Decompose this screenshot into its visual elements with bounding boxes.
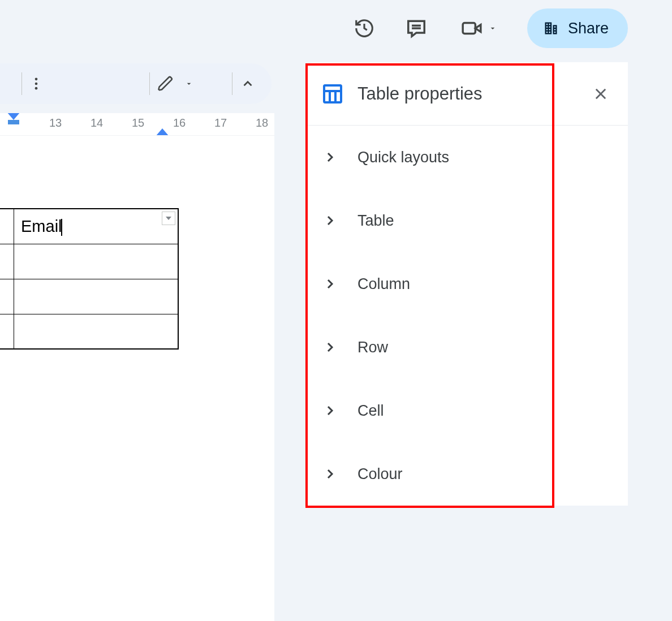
ruler-number: 13 [49, 117, 62, 130]
table-row[interactable] [0, 244, 178, 279]
ruler-number: 14 [91, 117, 103, 130]
section-label: Quick layouts [357, 149, 449, 166]
section-label: Column [357, 275, 410, 293]
table-row[interactable] [0, 279, 178, 314]
column-menu-icon[interactable] [162, 212, 175, 225]
chevron-right-icon [319, 210, 341, 231]
section-quick-layouts[interactable]: Quick layouts [305, 126, 628, 189]
ruler-number: 18 [256, 117, 268, 130]
section-column[interactable]: Column [305, 252, 628, 316]
table-cell[interactable] [14, 314, 178, 349]
more-options-icon[interactable] [25, 72, 48, 95]
editing-mode-button[interactable] [157, 75, 193, 92]
chevron-down-icon [184, 79, 193, 88]
chevron-right-icon [319, 337, 341, 358]
indent-marker-icon[interactable] [8, 120, 19, 124]
meet-button[interactable] [454, 14, 505, 43]
svg-point-6 [35, 87, 38, 90]
table-cell[interactable]: Email [14, 209, 178, 244]
section-label: Colour [357, 465, 403, 483]
building-icon [543, 20, 559, 36]
document-table[interactable]: Email [0, 208, 179, 350]
panel-title: Table properties [357, 84, 483, 104]
chevron-right-icon [319, 463, 341, 485]
section-row[interactable]: Row [305, 316, 628, 379]
table-cell[interactable] [14, 279, 178, 314]
table-icon [321, 83, 344, 105]
table-cell[interactable] [0, 314, 14, 349]
section-label: Row [357, 339, 388, 356]
separator [21, 72, 22, 95]
share-button[interactable]: Share [527, 8, 628, 48]
separator [232, 72, 232, 95]
secondary-toolbar [0, 63, 272, 104]
share-label: Share [568, 20, 609, 37]
ruler-number: 15 [132, 117, 144, 130]
table-cell[interactable] [0, 279, 14, 314]
cell-text: Email [21, 217, 62, 235]
text-cursor [61, 219, 62, 236]
horizontal-ruler[interactable]: 13 14 15 16 17 18 [0, 113, 274, 136]
chevron-right-icon [319, 400, 341, 421]
collapse-toolbar-icon[interactable] [236, 72, 259, 95]
svg-rect-2 [463, 23, 475, 34]
table-properties-panel: Table properties Quick layouts Table Col… [305, 62, 628, 506]
table-cell[interactable] [0, 209, 14, 244]
chevron-right-icon [319, 273, 341, 295]
svg-point-4 [35, 78, 38, 81]
ruler-number: 17 [214, 117, 227, 130]
svg-rect-7 [324, 85, 341, 102]
right-indent-icon[interactable] [156, 128, 169, 136]
close-panel-button[interactable] [589, 83, 612, 105]
section-cell[interactable]: Cell [305, 379, 628, 442]
document-canvas[interactable]: Email [0, 136, 274, 621]
table-cell[interactable] [14, 244, 178, 279]
top-bar: Share [0, 0, 672, 57]
version-history-icon[interactable] [350, 14, 379, 43]
section-colour[interactable]: Colour [305, 442, 628, 506]
separator [149, 72, 150, 95]
panel-header: Table properties [305, 62, 628, 126]
close-icon [593, 86, 609, 102]
section-label: Cell [357, 402, 384, 420]
ruler-number: 16 [173, 117, 186, 130]
section-label: Table [357, 212, 394, 230]
section-table[interactable]: Table [305, 189, 628, 252]
table-row[interactable] [0, 314, 178, 349]
pencil-icon [157, 75, 174, 92]
table-cell[interactable] [0, 244, 14, 279]
svg-point-5 [35, 83, 38, 85]
chevron-right-icon [319, 146, 341, 168]
first-line-indent-icon[interactable] [7, 113, 20, 120]
comments-icon[interactable] [402, 14, 431, 43]
table-row[interactable]: Email [0, 209, 178, 244]
